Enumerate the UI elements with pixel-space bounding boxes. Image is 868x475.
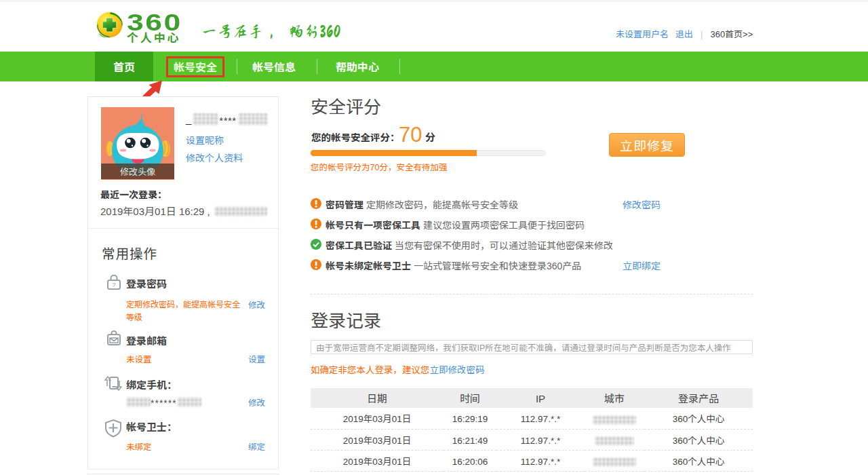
svg-text:?: ? — [112, 282, 115, 288]
